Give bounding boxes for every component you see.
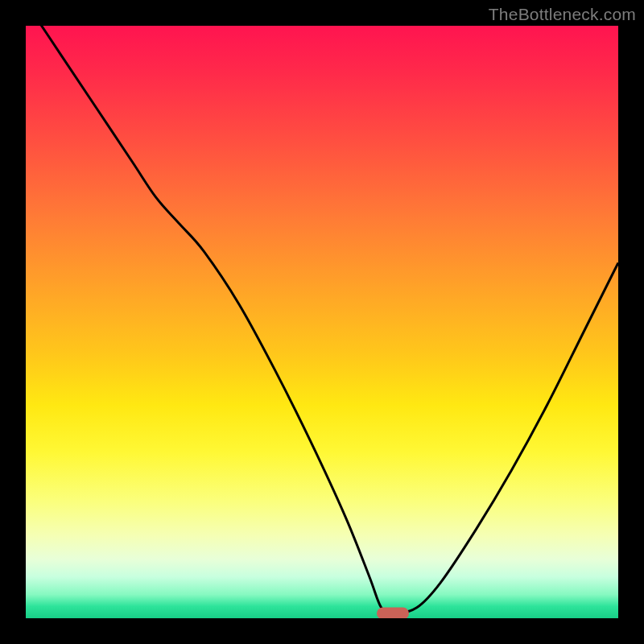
bottleneck-curve — [26, 26, 618, 618]
watermark-text: TheBottleneck.com — [489, 5, 636, 24]
chart-frame: TheBottleneck.com — [0, 0, 644, 644]
optimal-point-marker — [377, 608, 409, 618]
plot-area — [26, 26, 618, 618]
